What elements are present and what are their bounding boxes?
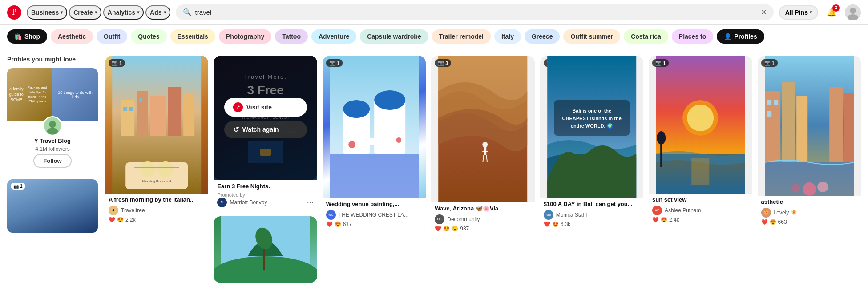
filter-quotes[interactable]: Quotes	[131, 29, 166, 44]
search-icon: 🔍	[183, 8, 192, 16]
pin-card-sunset[interactable]: 📷 1	[649, 56, 752, 226]
svg-rect-46	[691, 158, 709, 185]
svg-point-18	[140, 161, 156, 177]
filter-profiles[interactable]: 👤 Profiles	[717, 29, 764, 44]
notifications-button[interactable]: 🔔 3	[824, 4, 840, 20]
svg-text:P: P	[12, 8, 16, 16]
svg-point-35	[482, 142, 488, 147]
svg-rect-16	[139, 98, 142, 102]
svg-point-60	[817, 182, 828, 192]
pin-card-greece[interactable]: 📷 1	[323, 56, 426, 231]
pin-image-italy: Morning Breakfast	[105, 56, 208, 194]
svg-point-7	[47, 128, 58, 135]
profile-card-1[interactable]: A family guide to ROMEPacking and daily …	[7, 68, 98, 172]
business-nav[interactable]: Business ▾	[27, 5, 67, 20]
pin-avatar-italy: ✈	[109, 206, 118, 215]
pin-card-hotel-ad[interactable]: Travel More. 3 FreeNights THE MARRIOTT B…	[214, 56, 317, 211]
camera-icon: 📷	[655, 60, 662, 66]
heart-icon: ❤️	[326, 221, 333, 227]
visit-site-button[interactable]: ↗ Visit site	[224, 98, 307, 117]
profiles-person-icon: 👤	[724, 33, 731, 40]
more-options-button[interactable]: ···	[307, 198, 314, 207]
filter-photography[interactable]: Photography	[219, 29, 271, 44]
pin-card-canal[interactable]: 📷 1	[758, 56, 861, 229]
filter-essentials[interactable]: Essentials	[170, 29, 215, 44]
analytics-nav[interactable]: Analytics ▾	[103, 5, 144, 20]
pin-avatar-greece: WC	[326, 210, 336, 220]
profile-avatar-1	[43, 116, 62, 136]
pin-card-italy[interactable]: 📷 1	[105, 56, 208, 226]
pin-title-hotel: Earn 3 Free Nights.	[217, 183, 313, 190]
pin-title-bali: $100 A DAY in Bali can get you...	[544, 201, 640, 208]
camera-icon: 📷	[112, 60, 118, 66]
pin-meta-bali: MS Monica Stahl	[544, 210, 640, 220]
pin-author-greece: THE WEDDING CREST LA...	[339, 212, 408, 218]
pin-info-desert: Wave, Arizona 🦋🌸Via... DC Decommunity ❤️…	[431, 202, 534, 235]
pin-info-bali: $100 A DAY in Bali can get you... MS Mon…	[540, 198, 643, 231]
svg-point-3	[850, 8, 856, 14]
heart-icon: ❤️	[435, 226, 441, 232]
follow-button-1[interactable]: Follow	[33, 154, 71, 168]
svg-point-48	[657, 131, 666, 145]
user-avatar[interactable]	[845, 4, 861, 20]
profile-cover-img-1: A family guide to ROMEPacking and daily …	[7, 68, 52, 121]
emoji-icon: 😍	[335, 221, 341, 227]
pin-author-hotel: Marriott Bonvoy	[230, 199, 267, 206]
pin-stats-italy: ❤️ 😍 2.2k	[109, 217, 205, 223]
filter-shop[interactable]: 🛍️ Shop	[7, 29, 47, 44]
pin-image-desert	[431, 56, 534, 202]
pin-badge-greece: 📷 1	[326, 59, 343, 67]
create-nav[interactable]: Create ▾	[69, 5, 101, 20]
svg-point-31	[374, 90, 405, 110]
watch-again-button[interactable]: ↺ Watch again	[224, 121, 307, 138]
all-pins-button[interactable]: All Pins ▾	[779, 5, 818, 20]
pin-author-bali: Monica Stahl	[556, 212, 587, 218]
profile-info-1: Y Travel Blog 4.1M followers Follow	[7, 121, 98, 172]
svg-rect-27	[330, 154, 419, 198]
sidebar-title: Profiles you might love	[7, 56, 98, 63]
svg-rect-17	[125, 162, 188, 189]
pin-card-island[interactable]	[214, 216, 317, 283]
search-bar: 🔍 ✕	[176, 4, 774, 20]
filter-outfit-summer[interactable]: Outfit summer	[563, 29, 620, 44]
emoji-icon: 😍	[443, 226, 450, 232]
filter-places[interactable]: Places to	[672, 29, 713, 44]
filter-trailer[interactable]: Trailer remodel	[432, 29, 491, 44]
camera-icon: 📷	[329, 60, 335, 66]
notification-badge: 3	[832, 4, 840, 12]
clear-search-icon[interactable]: ✕	[761, 8, 767, 16]
filter-capsule[interactable]: Capsule wardrobe	[360, 29, 428, 44]
profile-followers-1: 4.1M followers	[35, 146, 69, 152]
ads-nav[interactable]: Ads ▾	[145, 5, 170, 20]
pin-title-canal: asthetic	[761, 198, 857, 206]
search-input[interactable]	[195, 8, 757, 16]
ads-chevron-icon: ▾	[164, 10, 166, 15]
pin-card-bali[interactable]: 📷 1	[540, 56, 643, 231]
filter-italy[interactable]: Italy	[494, 29, 521, 44]
svg-rect-9	[121, 100, 134, 136]
replay-icon: ↺	[233, 125, 239, 134]
main-content: Profiles you might love A family guide t…	[0, 48, 868, 290]
pin-meta-italy: ✈ Travelfree	[109, 206, 205, 215]
pin-image-bali: Bali is one of the CHEAPEST islands in t…	[540, 56, 643, 198]
filter-greece[interactable]: Greece	[525, 29, 560, 44]
pin-card-desert[interactable]: 📷 3	[431, 56, 534, 235]
pinterest-logo[interactable]: P	[7, 5, 21, 20]
svg-text:CHEAPEST islands in the: CHEAPEST islands in the	[562, 116, 621, 121]
filter-costa[interactable]: Costa rica	[624, 29, 668, 44]
pin-stats-bali: ❤️ 😍 6.3k	[544, 221, 640, 227]
filter-aesthetic[interactable]: Aesthetic	[51, 29, 93, 44]
svg-point-19	[157, 161, 174, 177]
pin-title-desert: Wave, Arizona 🦋🌸Via...	[435, 205, 531, 213]
profile-card-2[interactable]: 📷 1	[7, 179, 98, 233]
svg-point-6	[49, 121, 56, 128]
pin-info-sunset: sun set view AP Ashlee Putnam ❤️ 😍 2.4k	[649, 194, 752, 226]
svg-rect-55	[767, 100, 771, 105]
pin-author-sunset: Ashlee Putnam	[665, 207, 701, 214]
filter-outfit[interactable]: Outfit	[97, 29, 127, 44]
emoji2-icon: 😮	[452, 226, 458, 232]
emoji-icon: 😍	[661, 217, 667, 223]
heart-icon: ❤️	[109, 217, 115, 223]
filter-adventure[interactable]: Adventure	[311, 29, 356, 44]
filter-tattoo[interactable]: Tattoo	[275, 29, 308, 44]
